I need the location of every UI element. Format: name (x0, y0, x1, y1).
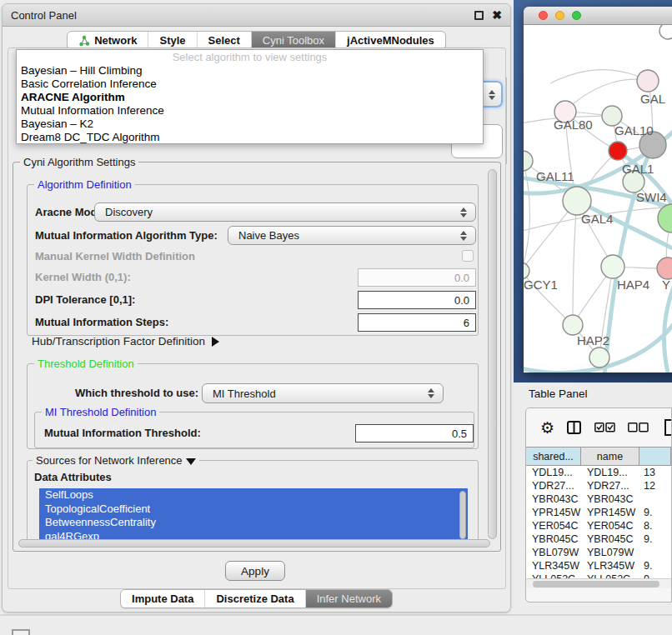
node-label: GCY1 (524, 278, 558, 292)
table-row[interactable]: YER054CYER054C8. (526, 519, 671, 532)
table-row[interactable]: YDL19...YDL19...13 (526, 466, 671, 479)
node-bottom[interactable] (589, 348, 609, 368)
list-item[interactable]: TopologicalCoefficient (39, 502, 468, 517)
node-y[interactable] (657, 258, 672, 279)
settings-horizontal-scrollbar[interactable] (18, 539, 490, 548)
apply-button[interactable]: Apply (225, 561, 285, 581)
popup-item-bayesian-k2[interactable]: Bayesian – K2 (17, 118, 483, 131)
node-hap2[interactable] (563, 315, 583, 335)
mi-steps-field[interactable]: 6 (358, 313, 476, 332)
table-row[interactable]: YLR345WYLR345W9. (526, 559, 671, 572)
columns-icon[interactable] (567, 421, 582, 434)
mi-threshold-definition-group: MI Threshold Definition Mutual Informati… (34, 412, 474, 448)
popup-prompt: Select algorithm to view settings (17, 51, 483, 64)
algorithm-definition-title: Algorithm Definition (34, 178, 135, 191)
column-header-clipped[interactable] (639, 448, 671, 465)
tab-discretize-data[interactable]: Discretize Data (204, 590, 304, 608)
close-icon[interactable]: ✖ (492, 11, 502, 20)
screen: Control Panel ✖ Network (0, 0, 672, 635)
list-item[interactable]: BetweennessCentrality (39, 516, 468, 530)
tab-select[interactable]: Select (197, 32, 251, 49)
tab-label: jActiveMNodules (347, 34, 434, 47)
node-label: HAP2 (577, 333, 609, 348)
table-row[interactable]: YBR045CYBR045C9. (526, 532, 671, 546)
dpi-tolerance-field[interactable]: 0.0 (358, 291, 476, 309)
popup-item-bayesian-hill-climbing[interactable]: Bayesian – Hill Climbing (17, 64, 483, 78)
mi-threshold-label: Mutual Information Threshold: (44, 424, 201, 442)
algorithm-dropdown-popup: Select algorithm to view settings Bayesi… (16, 49, 484, 144)
mac-close-button[interactable] (539, 11, 548, 20)
table-row[interactable]: YDR27...YDR27...12 (526, 479, 671, 492)
node-gal[interactable] (637, 70, 659, 92)
popup-item-dream8[interactable]: Dream8 DC_TDC Algorithm (17, 131, 483, 144)
mi-type-label: Mutual Information Algorithm Type: (35, 226, 218, 245)
hub-definition-expander[interactable]: Hub/Transcription Factor Definition (32, 335, 219, 348)
table-toolbar: ⚙ (526, 408, 671, 447)
mi-threshold-field[interactable]: 0.5 (355, 424, 474, 442)
mac-zoom-button[interactable] (572, 11, 581, 20)
float-window-icon[interactable] (474, 11, 484, 20)
table-horizontal-scrollbar[interactable] (526, 578, 671, 588)
manual-kernel-checkbox[interactable] (462, 250, 474, 262)
node-hap4[interactable] (601, 255, 624, 278)
scrollbar-thumb[interactable] (533, 581, 659, 588)
table-row[interactable]: YBR043CYBR043C (526, 492, 671, 506)
popup-item-mutual-information[interactable]: Mutual Information Inference (17, 104, 483, 118)
chevron-up-down-icon (428, 388, 434, 398)
column-header-name[interactable]: name (581, 448, 639, 465)
kernel-width-label: Kernel Width (0,1): (35, 268, 131, 287)
table-panel-area: Table Panel ⚙ (514, 382, 672, 617)
list-scrollbar[interactable] (459, 491, 466, 539)
bottom-tabbar: Impute Data Discretize Data Infer Networ… (120, 589, 393, 608)
sources-title: Sources for Network Inference (36, 454, 183, 467)
tab-jactivemnodules[interactable]: jActiveMNodules (335, 32, 445, 49)
node-gal4[interactable] (563, 187, 591, 215)
tab-label: Select (208, 34, 240, 47)
tab-network[interactable]: Network (68, 32, 148, 49)
settings-vertical-scrollbar[interactable] (488, 169, 497, 539)
chevron-up-down-icon (489, 90, 495, 100)
mi-type-combobox[interactable]: Naive Bayes (228, 226, 476, 245)
deselect-all-checkboxes-icon[interactable] (628, 422, 649, 432)
kernel-width-field[interactable]: 0.0 (358, 268, 476, 287)
node[interactable] (659, 25, 672, 39)
sources-group-header[interactable]: Sources for Network Inference (33, 454, 199, 467)
aracne-mode-value: Discovery (105, 206, 153, 218)
new-table-icon[interactable] (664, 419, 672, 436)
node-label: HAP4 (617, 278, 649, 292)
aracne-mode-combobox[interactable]: Discovery (94, 202, 476, 222)
table-row[interactable]: YLL052CYLL052C9. (526, 572, 671, 578)
list-item[interactable]: SelfLoops (39, 488, 468, 502)
tab-cyni-toolbox[interactable]: Cyni Toolbox (251, 32, 335, 49)
select-all-checkboxes-icon[interactable] (594, 422, 615, 432)
node-green-large[interactable] (658, 204, 672, 232)
which-threshold-label: Which threshold to use: (75, 383, 198, 403)
node-gcy1[interactable] (524, 262, 529, 279)
node-label: Y (662, 278, 670, 292)
gear-icon[interactable]: ⚙ (540, 420, 554, 436)
sources-group: Sources for Network Inference Data Attri… (27, 460, 479, 547)
table-header: shared... name (526, 447, 671, 466)
which-threshold-value: MI Threshold (213, 388, 276, 400)
network-node-labels: GAL GAL80 GAL10 GAL1 GAL11 SWI4 GAL4 GCY… (524, 92, 670, 348)
network-canvas[interactable]: GAL GAL80 GAL10 GAL1 GAL11 SWI4 GAL4 GCY… (524, 25, 672, 372)
table-body: YDL19...YDL19...13 YDR27...YDR27...12 YB… (526, 466, 671, 578)
node-gal1[interactable] (609, 142, 627, 160)
window-title: Control Panel (11, 9, 77, 22)
mi-threshold-definition-title: MI Threshold Definition (42, 406, 159, 418)
popup-item-aracne[interactable]: ARACNE Algorithm (17, 91, 483, 104)
tab-label: Impute Data (132, 592, 193, 605)
mi-type-value: Naive Bayes (238, 229, 299, 242)
mac-minimize-button[interactable] (555, 11, 564, 20)
table-row[interactable]: YPR145WYPR145W9. (526, 506, 671, 519)
column-header-shared[interactable]: shared... (526, 448, 581, 465)
tab-impute-data[interactable]: Impute Data (121, 590, 204, 608)
tab-style[interactable]: Style (148, 32, 196, 49)
table-row[interactable]: YBL079WYBL079W (526, 546, 671, 559)
node-label: GAL11 (536, 169, 574, 183)
which-threshold-combobox[interactable]: MI Threshold (202, 383, 444, 403)
chevron-up-down-icon (460, 208, 467, 218)
tab-infer-network[interactable]: Infer Network (305, 590, 392, 608)
network-view-window: GAL GAL80 GAL10 GAL1 GAL11 SWI4 GAL4 GCY… (524, 7, 672, 372)
popup-item-basic-correlation[interactable]: Basic Correlation Inference (17, 78, 483, 91)
